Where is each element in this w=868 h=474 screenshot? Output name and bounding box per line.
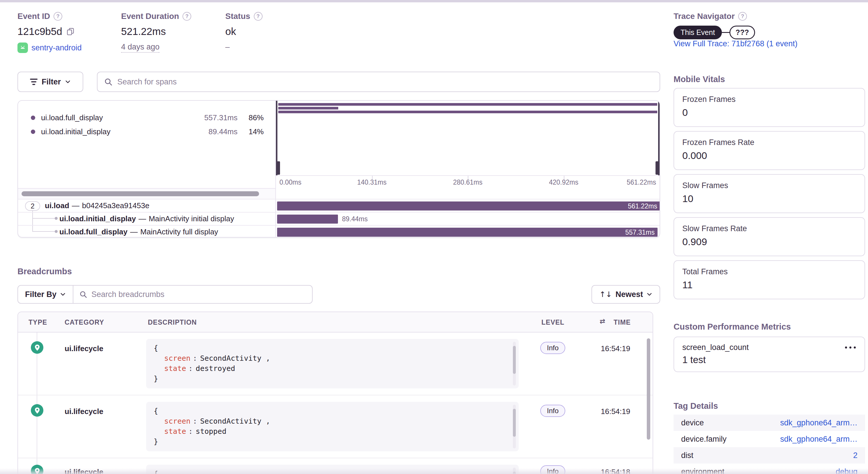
span-bar[interactable] <box>277 214 338 224</box>
span-row-ui-load[interactable]: 2 ui.load — b04245a3ea91453e 561.22ms <box>18 199 659 212</box>
axis-label: 140.31ms <box>357 178 386 186</box>
help-icon[interactable]: ? <box>738 12 747 21</box>
trace-navigator: Trace Navigator ? This Event ??? View Fu… <box>674 12 798 48</box>
location-pin-icon <box>31 404 43 417</box>
code-scrollbar[interactable] <box>513 342 516 385</box>
code-scrollbar[interactable] <box>513 405 516 448</box>
status-label: Status <box>225 12 250 21</box>
span-bar[interactable]: 561.22ms <box>277 202 660 210</box>
event-id-value: 121c9b5d <box>18 26 62 37</box>
minimap-bar-ui-load <box>278 103 657 106</box>
this-event-pill[interactable]: This Event <box>674 26 722 39</box>
breadcrumb-time: 16:54:19 <box>601 344 630 353</box>
level-badge: Info <box>540 342 565 354</box>
event-duration-value: 521.22ms <box>121 26 166 37</box>
tag-value-link[interactable]: debug <box>836 467 858 474</box>
breadcrumb-row[interactable]: ui.lifecycle { screen:SecondActivity , s… <box>18 395 653 458</box>
spans-filter-button[interactable]: Filter <box>18 71 83 92</box>
breadcrumbs-filter-control: Filter By <box>18 285 313 304</box>
unknown-event-pill[interactable]: ??? <box>730 26 755 39</box>
spans-search <box>97 71 660 92</box>
tag-row-device: device sdk_gphone64_arm… <box>674 415 865 431</box>
location-pin-icon <box>31 341 43 354</box>
axis-label: 561.22ms <box>627 178 656 186</box>
level-badge: Info <box>540 405 565 417</box>
span-op: ui.load.initial_display <box>59 214 136 223</box>
minimap-right-grip[interactable] <box>655 161 659 175</box>
span-list-scrollbar[interactable] <box>18 188 275 199</box>
breadcrumb-time: 16:54:19 <box>601 407 630 416</box>
view-full-trace-link[interactable]: View Full Trace: 71bf2768 (1 event) <box>674 39 798 48</box>
tag-value-link[interactable]: sdk_gphone64_arm… <box>780 418 858 427</box>
tag-row-environment: environment debug <box>674 464 865 474</box>
tag-value-link[interactable]: sdk_gphone64_arm… <box>780 435 858 444</box>
metric-name: screen_load_count <box>682 343 749 352</box>
time-sort-icon[interactable]: ⇄ <box>600 317 606 325</box>
col-time: TIME <box>614 319 631 326</box>
sort-newest-button[interactable]: ↑↓ Newest <box>591 285 660 304</box>
chevron-down-icon <box>60 291 66 297</box>
status-stat: Status ? ok – <box>225 12 262 52</box>
status-sub: – <box>225 42 230 52</box>
minimap-left-grip[interactable] <box>276 161 280 175</box>
android-platform-icon <box>18 42 28 53</box>
help-icon[interactable]: ? <box>254 12 262 21</box>
axis-label: 420.92ms <box>549 178 578 186</box>
code-scrollbar[interactable] <box>513 468 516 474</box>
filter-by-button[interactable]: Filter By <box>18 286 73 303</box>
breadcrumbs-search-input[interactable] <box>91 290 306 299</box>
breadcrumbs-table: TYPE CATEGORY DESCRIPTION LEVEL ⇄ TIME u… <box>18 312 653 474</box>
level-badge: Info <box>540 465 565 474</box>
chevron-down-icon <box>65 79 71 85</box>
minimap-bar-initial-display <box>278 107 338 110</box>
custom-metrics-title: Custom Performance Metrics <box>674 322 791 332</box>
span-row-full-display[interactable]: ui.load.full_display — MainActivity full… <box>18 225 659 238</box>
scrollbar-thumb[interactable] <box>22 191 259 196</box>
project-link[interactable]: sentry-android <box>31 43 82 52</box>
tag-row-dist: dist 2 <box>674 447 865 464</box>
minimap-canvas[interactable] <box>276 101 659 175</box>
col-type: TYPE <box>29 319 47 326</box>
span-duration: 557.31ms <box>625 228 655 236</box>
event-detail-page: Event ID ? 121c9b5d sentry-android Event <box>0 0 868 474</box>
span-op: ui.load.full_display <box>59 227 127 236</box>
span-op: ui.load <box>45 201 69 210</box>
breadcrumb-description[interactable]: { <box>146 465 519 474</box>
breadcrumb-description[interactable]: { screen:SecondActivity , state:stopped … <box>146 402 519 451</box>
status-value: ok <box>225 26 236 37</box>
mobile-vitals-cards: Frozen Frames 0 Frozen Frames Rate 0.000… <box>674 88 865 299</box>
breadcrumbs-table-header: TYPE CATEGORY DESCRIPTION LEVEL ⇄ TIME <box>18 312 653 332</box>
chevron-down-icon <box>647 291 652 297</box>
tag-value-link[interactable]: 2 <box>853 451 858 460</box>
breadcrumb-row[interactable]: ui.lifecycle { screen:SecondActivity , s… <box>18 332 653 395</box>
event-age[interactable]: 4 days ago <box>121 42 159 53</box>
span-legend: ui.load.full_display 557.31ms 86% ui.loa… <box>18 101 275 187</box>
pill-connector <box>722 32 730 33</box>
overflow-menu-icon[interactable] <box>844 345 856 350</box>
event-id-stat: Event ID ? 121c9b5d sentry-android <box>18 12 82 53</box>
time-axis: 0.00ms 140.31ms 280.61ms 420.92ms 561.22… <box>276 175 659 188</box>
span-waterfall-widget: ui.load.full_display 557.31ms 86% ui.loa… <box>18 100 660 238</box>
breadcrumb-row[interactable]: ui.lifecycle { Info 16:54:18 <box>18 458 653 474</box>
col-level: LEVEL <box>541 319 564 326</box>
spans-search-input[interactable] <box>117 78 653 86</box>
legend-item[interactable]: ui.load.initial_display 89.44ms 14% <box>18 125 275 139</box>
legend-item[interactable]: ui.load.full_display 557.31ms 86% <box>18 111 275 125</box>
span-description: MainActivity full display <box>140 227 218 236</box>
help-icon[interactable]: ? <box>54 12 62 21</box>
axis-label: 280.61ms <box>453 178 482 186</box>
help-icon[interactable]: ? <box>183 12 191 21</box>
child-count-badge[interactable]: 2 <box>25 201 40 211</box>
breadcrumb-description[interactable]: { screen:SecondActivity , state:destroye… <box>146 339 519 388</box>
span-minimap[interactable]: 0.00ms 140.31ms 280.61ms 420.92ms 561.22… <box>276 101 659 188</box>
span-row-initial-display[interactable]: ui.load.initial_display — MainActivity i… <box>18 212 659 225</box>
table-scrollbar-thumb[interactable] <box>647 338 650 440</box>
span-bar[interactable]: 557.31ms <box>277 228 657 237</box>
event-id-label: Event ID <box>18 12 50 21</box>
filter-icon <box>30 79 37 85</box>
breadcrumb-category: ui.lifecycle <box>65 468 103 474</box>
event-duration-label: Event Duration <box>121 12 179 21</box>
top-divider-bar <box>0 0 868 2</box>
event-duration-stat: Event Duration ? 521.22ms 4 days ago <box>121 12 191 53</box>
copy-icon[interactable] <box>66 27 74 35</box>
